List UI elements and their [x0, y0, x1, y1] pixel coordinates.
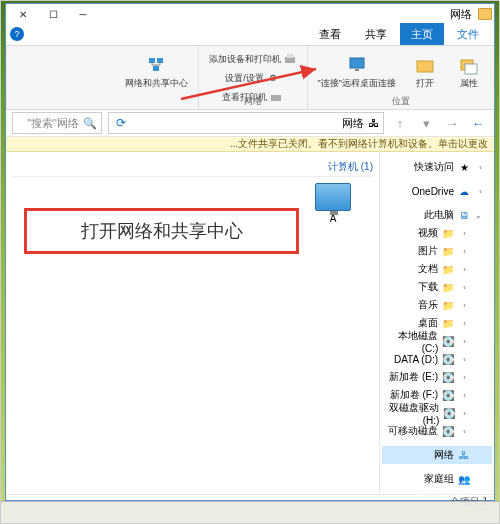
settings-label: 设置/设置 — [225, 72, 264, 85]
sidebar-label: OneDrive — [412, 186, 454, 197]
sidebar-item-data-d[interactable]: ›💽DATA (D:) — [382, 350, 492, 368]
sidebar-item-videos[interactable]: ›📁视频 — [382, 224, 492, 242]
recent-dropdown[interactable]: ▾ — [416, 113, 436, 133]
sidebar-label: 本地磁盘 (C:) — [382, 329, 438, 354]
svg-rect-4 — [355, 69, 359, 71]
chevron-down-icon[interactable]: ⌄ — [474, 211, 482, 220]
sidebar-item-downloads[interactable]: ›📁下载 — [382, 278, 492, 296]
minimize-button[interactable]: ─ — [68, 4, 98, 24]
tab-file[interactable]: 文件 — [446, 23, 490, 45]
sidebar-label: 音乐 — [418, 298, 438, 312]
svg-rect-1 — [465, 64, 477, 74]
open-button[interactable]: 打开 — [406, 50, 444, 95]
annotation-callout: 打开网络和共享中心 — [24, 208, 299, 254]
open-label: 打开 — [416, 77, 434, 90]
drive-icon: 💽 — [443, 407, 455, 419]
sidebar-label: 此电脑 — [424, 208, 454, 222]
titlebar: 网络 ─ ☐ ✕ — [6, 4, 494, 24]
sidebar-label: 文档 — [418, 262, 438, 276]
pictures-icon: 📁 — [442, 245, 454, 257]
sidebar-label: 可移动磁盘 — [388, 424, 438, 438]
network-sharing-center-button[interactable]: 网络和共享中心 — [121, 50, 192, 95]
ribbon: 属性 打开 连接"远程桌面连接" 位置 — [6, 46, 494, 110]
main-pane: 计算机 (1) A 打开网络和共享中心 — [6, 152, 379, 494]
group-header[interactable]: 计算机 (1) — [12, 158, 373, 177]
sidebar-label: DATA (D:) — [394, 354, 438, 365]
notification-bar[interactable]: 文件共享已关闭。看不到网络计算机和设备。单击以更改... — [6, 137, 494, 152]
address-path: 网络 — [342, 116, 364, 131]
videos-icon: 📁 — [442, 227, 454, 239]
downloads-icon: 📁 — [442, 281, 454, 293]
search-icon: 🔍 — [83, 117, 97, 130]
svg-rect-9 — [157, 58, 163, 63]
remote-desktop-label: 连接"远程桌面连接" — [318, 77, 396, 90]
forward-button[interactable]: → — [442, 113, 462, 133]
search-input[interactable]: 🔍 搜索"网络" — [12, 112, 102, 134]
usb-icon: 💽 — [442, 425, 454, 437]
svg-rect-2 — [417, 61, 433, 72]
network-icon: 🖧 — [458, 449, 470, 461]
sidebar-item-music[interactable]: ›📁音乐 — [382, 296, 492, 314]
refresh-button[interactable]: ⟳ — [113, 116, 129, 130]
up-button[interactable]: ↑ — [390, 113, 410, 133]
sidebar-item-pictures[interactable]: ›📁图片 — [382, 242, 492, 260]
help-icon[interactable]: ? — [10, 27, 24, 41]
music-icon: 📁 — [442, 299, 454, 311]
sidebar-item-documents[interactable]: ›📁文档 — [382, 260, 492, 278]
sidebar-item-local-c[interactable]: ›💽本地磁盘 (C:) — [382, 332, 492, 350]
navigation-pane: ›★快速访问 ›☁OneDrive ⌄🖥此电脑 ›📁视频 ›📁图片 ›📁文档 ›… — [379, 152, 494, 494]
maximize-button[interactable]: ☐ — [38, 4, 68, 24]
address-bar: ← → ▾ ↑ 🖧 网络 ⟳ 🔍 搜索"网络" — [6, 110, 494, 137]
network-glyph-icon: 🖧 — [368, 117, 379, 129]
cloud-icon: ☁ — [458, 185, 470, 197]
back-button[interactable]: ← — [468, 113, 488, 133]
address-input[interactable]: 🖧 网络 ⟳ — [108, 112, 384, 134]
drive-icon: 💽 — [442, 335, 454, 347]
add-devices-button[interactable]: 添加设备和打印机 — [205, 50, 301, 68]
sidebar-label: 网络 — [434, 448, 454, 462]
printer-icon — [283, 52, 297, 66]
sidebar-label: 视频 — [418, 226, 438, 240]
computer-item[interactable]: A — [293, 183, 373, 224]
sidebar-label: 快速访问 — [414, 160, 454, 174]
sidebar-item-removable[interactable]: ›💽可移动磁盘 — [382, 422, 492, 440]
drive-icon: 💽 — [442, 353, 454, 365]
svg-rect-6 — [287, 54, 293, 58]
network-center-icon — [146, 55, 166, 75]
ribbon-tabs: 文件 主页 共享 查看 ? — [6, 24, 494, 46]
sidebar-label: 图片 — [418, 244, 438, 258]
properties-button[interactable]: 属性 — [450, 50, 488, 95]
sidebar-item-quick-access[interactable]: ›★快速访问 — [382, 158, 492, 176]
explorer-window: 网络 ─ ☐ ✕ 文件 主页 共享 查看 ? 属性 — [5, 3, 495, 501]
gear-icon: ⚙ — [266, 71, 280, 85]
computer-icon — [315, 183, 351, 211]
ribbon-group-network-label: 网络 — [199, 95, 307, 108]
remote-desktop-button[interactable]: 连接"远程桌面连接" — [314, 50, 400, 95]
sidebar-item-new-e[interactable]: ›💽新加卷 (E:) — [382, 368, 492, 386]
sidebar-item-network[interactable]: 🖧网络 — [382, 446, 492, 464]
tab-view[interactable]: 查看 — [308, 23, 352, 45]
sidebar-label: 下载 — [418, 280, 438, 294]
taskbar[interactable] — [1, 501, 499, 523]
sidebar-item-thispc[interactable]: ⌄🖥此电脑 — [382, 206, 492, 224]
sidebar-item-onedrive[interactable]: ›☁OneDrive — [382, 182, 492, 200]
network-sharing-center-label: 网络和共享中心 — [125, 77, 188, 90]
desktop-icon: 📁 — [442, 317, 454, 329]
sidebar-label: 双磁盘驱动 (H:) — [382, 401, 439, 426]
sidebar-label: 新加卷 (E:) — [389, 370, 438, 384]
content: ›★快速访问 ›☁OneDrive ⌄🖥此电脑 ›📁视频 ›📁图片 ›📁文档 ›… — [6, 152, 494, 494]
drive-icon: 💽 — [442, 371, 454, 383]
callout-text: 打开网络和共享中心 — [81, 219, 243, 243]
close-button[interactable]: ✕ — [8, 4, 38, 24]
svg-rect-3 — [350, 58, 364, 68]
sidebar-item-rec-h[interactable]: ›💽双磁盘驱动 (H:) — [382, 404, 492, 422]
folder-icon — [478, 8, 492, 20]
add-devices-label: 添加设备和打印机 — [209, 53, 281, 66]
tab-share[interactable]: 共享 — [354, 23, 398, 45]
settings-button[interactable]: ⚙ 设置/设置 — [205, 69, 301, 87]
star-icon: ★ — [458, 161, 470, 173]
pc-icon: 🖥 — [458, 209, 470, 221]
tab-main[interactable]: 主页 — [400, 23, 444, 45]
window-title: 网络 — [450, 7, 472, 22]
documents-icon: 📁 — [442, 263, 454, 275]
